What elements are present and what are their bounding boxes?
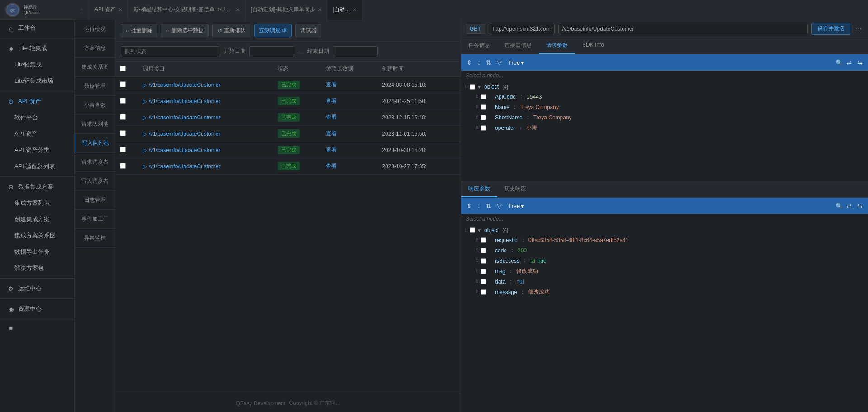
sidebar-item-lite-market[interactable]: Lite轻集成市场 [0, 73, 74, 89]
tree-node[interactable]: ⠿ Name：Treya Company [461, 102, 868, 112]
row-checkbox[interactable] [120, 163, 126, 169]
node-checkbox[interactable] [470, 84, 475, 90]
sub-sidebar-request-scheduler[interactable]: 请求调度者 [75, 153, 115, 172]
sub-sidebar-plan-info[interactable]: 方案信息 [75, 39, 115, 58]
tree-node[interactable]: ⠿ isSuccess：☑true [461, 256, 868, 266]
node-checkbox[interactable] [481, 115, 486, 120]
expand-icon[interactable]: ▼ [477, 228, 482, 233]
tab-response-params[interactable]: 响应参数 [461, 181, 497, 197]
api-link[interactable]: ▷ /v1/baseinfo/UpdateCustomer [143, 98, 268, 104]
tree-node[interactable]: ⠿ data：null [461, 276, 868, 287]
row-checkbox[interactable] [120, 130, 126, 136]
queue-status-filter[interactable] [121, 46, 220, 57]
tab-history-response[interactable]: 历史响应 [497, 181, 533, 197]
sub-sidebar-log-manage[interactable]: 日志管理 [75, 191, 115, 210]
view-link[interactable]: 查看 [326, 114, 337, 120]
tab-new-order[interactable]: 新-领星结算中心-交易明细-赔偿单=>U8-出库单_手工处理 ✕ [128, 0, 245, 20]
api-link[interactable]: ▷ /v1/baseinfo/UpdateCustomer [143, 147, 268, 153]
view-link[interactable]: 查看 [326, 130, 337, 137]
schedule-dt-button[interactable]: 立刻调度 dt [254, 24, 292, 37]
search-icon[interactable]: 🔍 [835, 59, 843, 66]
debug-button[interactable]: 调试器 [295, 24, 321, 37]
sidebar-item-solution-package[interactable]: 解决方案包 [0, 260, 74, 276]
sidebar-item-bottom-menu[interactable]: ≡ [0, 321, 74, 336]
sub-sidebar-request-queue[interactable]: 请求队列池 [75, 115, 115, 134]
view-link[interactable]: 查看 [326, 81, 337, 88]
resp-settings-icon[interactable]: ⇆ [855, 201, 864, 210]
node-checkbox[interactable] [481, 248, 486, 253]
end-date-input[interactable] [333, 46, 378, 57]
node-checkbox[interactable] [481, 279, 486, 284]
sidebar-item-ops[interactable]: ⚙ 运维中心 [0, 280, 74, 297]
tree-node[interactable]: ⠿▼object{4} [461, 82, 868, 91]
tab-auto[interactable]: [自动定划]-其他入库单同步 ✕ [245, 0, 328, 20]
resp-search-icon[interactable]: 🔍 [835, 203, 843, 209]
sub-sidebar-data-manage[interactable]: 数据管理 [75, 77, 115, 96]
tree-node[interactable]: ⠿▼object{6} [461, 226, 868, 235]
sub-sidebar-anomaly-monitor[interactable]: 异常监控 [75, 229, 115, 248]
tree-collapse-icon[interactable]: ↕ [476, 58, 482, 67]
tab-sdk-info[interactable]: SDK Info [575, 38, 611, 54]
save-activate-button[interactable]: 保存并激活 [811, 23, 850, 35]
tree-expand-icon[interactable]: ⇕ [465, 58, 474, 67]
tree-filter-icon[interactable]: ▽ [495, 58, 504, 67]
tree-node[interactable]: ⠿ message：修改成功 [461, 287, 868, 297]
sub-sidebar-event-factory[interactable]: 事件加工厂 [75, 210, 115, 229]
view-link[interactable]: 查看 [326, 163, 337, 169]
resp-expand-all-icon[interactable]: ⇄ [844, 201, 854, 210]
row-checkbox[interactable] [120, 98, 126, 104]
sidebar-item-solution-map[interactable]: 集成方案关系图 [0, 227, 74, 244]
select-all-checkbox[interactable] [120, 66, 126, 71]
start-date-input[interactable] [249, 46, 294, 57]
sidebar-item-create-solution[interactable]: 创建集成方案 [0, 211, 74, 227]
sidebar-item-api-assets[interactable]: ⊙ API 资产 [0, 93, 74, 109]
tab-close-icon-2[interactable]: ✕ [236, 7, 240, 12]
node-checkbox[interactable] [481, 94, 486, 99]
sub-sidebar-small-check[interactable]: 小青查数 [75, 96, 115, 115]
node-checkbox[interactable] [481, 269, 486, 274]
sidebar-item-lite[interactable]: ◈ Lite 轻集成 [0, 40, 74, 57]
sidebar-item-resource[interactable]: ◉ 资源中心 [0, 301, 74, 317]
sub-sidebar-integration-map[interactable]: 集成关系图 [75, 58, 115, 77]
view-link[interactable]: 查看 [326, 98, 337, 104]
sub-sidebar-run-overview[interactable]: 运行概况 [75, 20, 115, 39]
sidebar-item-data-integration[interactable]: ⊕ 数据集成方案 [0, 179, 74, 195]
tree-node[interactable]: ⠿ ShortName：Treya Company [461, 112, 868, 123]
resp-tree-filter-icon[interactable]: ▽ [495, 201, 504, 210]
sidebar-item-lite-integration[interactable]: Lite轻集成 [0, 57, 74, 73]
tab-connector-info[interactable]: 连接器信息 [497, 38, 539, 54]
tree-expand-all-icon[interactable]: ⇄ [844, 58, 854, 67]
sidebar-item-software-platform[interactable]: 软件平台 [0, 109, 74, 126]
resp-tree-expand-icon[interactable]: ⇕ [465, 201, 474, 210]
more-options-button[interactable]: ··· [854, 25, 863, 33]
tab-api-assets[interactable]: API 资产 ✕ [89, 0, 128, 20]
resp-tree-collapse-icon[interactable]: ↕ [476, 201, 482, 210]
tab-task-info[interactable]: 任务信息 [461, 38, 497, 54]
resp-tree-type-select[interactable]: Tree ▾ [505, 202, 527, 210]
view-link[interactable]: 查看 [326, 147, 337, 153]
tab-request-params[interactable]: 请求参数 [539, 38, 575, 54]
tab-close-icon-3[interactable]: ✕ [318, 7, 321, 12]
sidebar-item-export-task[interactable]: 数据导出任务 [0, 244, 74, 260]
tree-settings-icon[interactable]: ⇆ [855, 58, 864, 67]
node-checkbox[interactable] [481, 104, 486, 110]
sidebar-item-api-asset[interactable]: API 资产 [0, 126, 74, 142]
api-link[interactable]: ▷ /v1/baseinfo/UpdateCustomer [143, 163, 268, 170]
tree-node[interactable]: ⠿ code：200 [461, 245, 868, 256]
node-checkbox[interactable] [470, 227, 475, 233]
tree-node[interactable]: ⠿ operator：小涛 [461, 123, 868, 133]
node-checkbox[interactable] [481, 125, 486, 131]
tree-sort-icon[interactable]: ⇅ [484, 58, 493, 67]
row-checkbox[interactable] [120, 114, 126, 120]
sidebar-item-api-adapter[interactable]: API 适配器列表 [0, 158, 74, 175]
batch-delete-button[interactable]: ○ 批量删除 [121, 24, 157, 37]
sidebar-item-workbench[interactable]: ⌂ 工作台 [0, 20, 74, 36]
resp-tree-sort-icon[interactable]: ⇅ [484, 201, 493, 210]
sidebar-item-solution-list[interactable]: 集成方案列表 [0, 195, 74, 211]
row-checkbox[interactable] [120, 81, 126, 87]
node-checkbox[interactable] [481, 258, 486, 264]
requeue-button[interactable]: ↺ 重新排队 [212, 24, 250, 37]
row-checkbox[interactable] [120, 147, 126, 152]
api-link[interactable]: ▷ /v1/baseinfo/UpdateCustomer [143, 82, 268, 88]
tab-close-icon-4[interactable]: ✕ [353, 7, 356, 12]
